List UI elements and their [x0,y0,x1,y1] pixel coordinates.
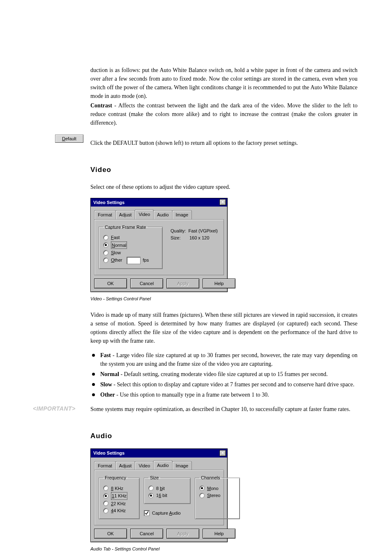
cancel-button[interactable]: Cancel [130,529,163,539]
dialog-title: Video Settings [93,199,125,206]
radio-8bit[interactable]: 8 bit [148,485,186,492]
contrast-para: Contrast - Affects the contrast between … [90,101,357,127]
audio-tab-panel: Frequency 8 KHz 11 KHz 22 [94,470,224,525]
dialog-tabs: Format Adjust Video Audio Image [94,209,224,220]
radio-44khz[interactable]: 44 KHz [103,507,135,514]
intro-text: duction is as follows: put the Auto Whit… [90,66,357,127]
tab-image[interactable]: Image [172,461,192,470]
radio-11khz[interactable]: 11 KHz [103,492,135,500]
channels-legend: Channels [199,474,221,481]
frame-rate-legend: Capture Frame Rate [103,224,148,231]
audio-heading: Audio [90,431,357,441]
apply-button[interactable]: Apply [166,279,199,289]
default-description: Click the DEFAULT button (shown left) to… [90,139,357,147]
radio-8khz[interactable]: 8 KHz [103,485,135,492]
help-button[interactable]: Help [203,279,235,289]
audio-settings-dialog: Video Settings ✕ Format Adjust Video Aud… [90,448,228,542]
ok-button[interactable]: OK [94,529,127,539]
video-heading: Video [90,165,357,175]
video-dialog-caption: Video - Settings Control Panel [90,295,357,302]
video-intro: Select one of these options to adjust th… [90,183,357,191]
tab-video[interactable]: Video [135,461,154,470]
fps-input[interactable] [127,257,141,264]
close-icon[interactable]: ✕ [219,450,226,456]
radio-stereo[interactable]: Stereo [199,492,235,499]
frame-rate-bullets: Fast - Large video file size captured at… [90,351,357,399]
ok-button[interactable]: OK [94,279,127,289]
capture-audio-checkbox[interactable]: Capture Audio [144,510,191,517]
radio-16bit[interactable]: 16 bit [148,492,186,499]
size-legend: Size [148,474,160,481]
dialog-tabs: Format Adjust Video Audio Image [94,460,224,471]
default-button[interactable]: Default [55,135,83,143]
video-settings-dialog: Video Settings ✕ Format Adjust Video Aud… [90,198,228,293]
tab-audio[interactable]: Audio [153,460,172,470]
tab-image[interactable]: Image [172,210,192,219]
tab-format[interactable]: Format [94,461,116,470]
radio-other[interactable]: Other fps [103,257,158,264]
close-icon[interactable]: ✕ [219,199,226,205]
tab-video[interactable]: Video [135,209,154,219]
bullet-slow: Slow - Select this option to display and… [90,380,357,389]
tab-audio[interactable]: Audio [153,210,172,219]
auto-white-balance-para: duction is as follows: put the Auto Whit… [90,66,357,100]
bullet-other: Other - Use this option to manually type… [90,390,357,399]
frequency-legend: Frequency [103,474,128,481]
video-tab-panel: Capture Frame Rate Fast Normal Slow [94,219,224,275]
dialog-titlebar: Video Settings ✕ [91,449,227,457]
important-badge: <IMPORTANT> [33,404,76,413]
tab-adjust[interactable]: Adjust [115,461,136,470]
tab-adjust[interactable]: Adjust [115,210,136,219]
help-button[interactable]: Help [203,529,235,539]
dialog-titlebar: Video Settings ✕ [91,198,227,207]
quality-size-info: Quality: Fast (VGPixel) Size: 160 x 120 [171,227,218,242]
apply-button[interactable]: Apply [166,529,199,539]
bullet-normal: Normal - Default setting, creating moder… [90,370,357,379]
video-important-text: Some systems may require optimization, a… [90,405,357,413]
radio-mono[interactable]: Mono [199,485,235,492]
dialog-title: Video Settings [93,450,125,457]
radio-22khz[interactable]: 22 KHz [103,500,135,507]
audio-dialog-caption: Audio Tab - Settings Control Panel [90,546,357,553]
radio-normal[interactable]: Normal [103,242,158,249]
fps-label: fps [143,257,149,264]
tab-format[interactable]: Format [94,210,116,219]
video-para: Video is made up of many still frames (p… [90,311,357,345]
radio-fast[interactable]: Fast [103,234,158,241]
cancel-button[interactable]: Cancel [130,279,163,289]
bullet-fast: Fast - Large video file size captured at… [90,351,357,368]
radio-slow[interactable]: Slow [103,249,158,256]
